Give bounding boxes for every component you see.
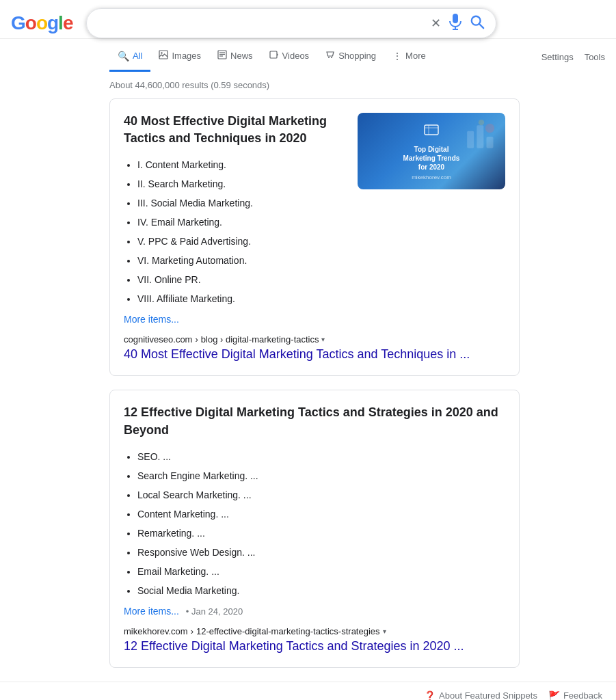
videos-icon <box>269 50 279 62</box>
tab-all[interactable]: 🔍 All <box>109 42 150 72</box>
result-link-1[interactable]: 40 Most Effective Digital Marketing Tact… <box>124 347 505 362</box>
nav-tabs: 🔍 All Images News Videos Shopping ⋮ More… <box>0 42 616 72</box>
thumbnail-domain-text: mikekhorev.com <box>403 174 460 180</box>
images-icon <box>159 50 168 62</box>
about-snippets[interactable]: ❓ About Featured Snippets <box>424 690 537 700</box>
list-item: I. Content Marketing. <box>137 155 347 174</box>
clear-search-icon[interactable]: ✕ <box>431 16 441 31</box>
result-breadcrumb-2: mikekhorev.com › 12-effective-digital-ma… <box>124 626 505 636</box>
list-item: Social Media Marketing. <box>137 581 505 600</box>
svg-rect-0 <box>453 14 458 23</box>
tab-all-label: All <box>133 51 142 61</box>
list-item: Content Marketing. ... <box>137 504 505 524</box>
tab-shopping-label: Shopping <box>338 51 376 61</box>
tab-more-label: More <box>405 51 426 61</box>
svg-line-4 <box>479 23 483 27</box>
search-input[interactable]: best digital marketing tactics <box>98 17 431 29</box>
list-item: VI. Marketing Automation. <box>137 251 347 270</box>
results-container: 40 Most Effective Digital Marketing Tact… <box>0 98 520 668</box>
thumbnail-title-text: Top DigitalMarketing Trendsfor 2020 <box>403 145 460 172</box>
about-snippets-icon: ❓ <box>424 690 436 700</box>
result-breadcrumb-1: cognitiveseo.com › blog › digital-market… <box>124 334 505 345</box>
breadcrumb-separator-2: › <box>191 626 193 636</box>
result-card-top-1: 40 Most Effective Digital Marketing Tact… <box>124 113 505 325</box>
thumbnail-content-1: Top DigitalMarketing Trendsfor 2020 mike… <box>398 117 466 186</box>
breadcrumb-dropdown-1[interactable]: ▾ <box>321 336 325 343</box>
voice-search-icon[interactable] <box>449 14 461 33</box>
result-list-2: SEO. ... Search Engine Marketing. ... Lo… <box>124 447 505 600</box>
feedback-label: Feedback <box>563 690 602 700</box>
tab-shopping[interactable]: Shopping <box>317 42 384 72</box>
svg-point-22 <box>479 120 484 125</box>
list-item: IV. Email Marketing. <box>137 213 347 232</box>
tools-link[interactable]: Tools <box>585 52 605 62</box>
list-item: Local Search Marketing. ... <box>137 485 505 504</box>
result-title-2: 12 Effective Digital Marketing Tactics a… <box>124 404 505 438</box>
breadcrumb-path-2: 12-effective-digital-marketing-tactics-s… <box>196 626 380 636</box>
list-item: III. Social Media Marketing. <box>137 193 347 213</box>
svg-rect-11 <box>270 51 277 58</box>
settings-link[interactable]: Settings <box>541 52 574 62</box>
google-logo[interactable]: Google <box>11 12 72 34</box>
result-title-1: 40 Most Effective Digital Marketing Tact… <box>124 113 347 147</box>
about-snippets-label: About Featured Snippets <box>439 690 537 700</box>
svg-rect-20 <box>487 137 494 148</box>
svg-point-21 <box>485 124 494 133</box>
list-item: Email Marketing. ... <box>137 562 505 581</box>
breadcrumb-dropdown-2[interactable]: ▾ <box>383 628 386 635</box>
nav-settings: Settings Tools <box>541 52 616 62</box>
breadcrumb-domain-2: mikekhorev.com <box>124 626 188 636</box>
svg-point-14 <box>331 57 332 58</box>
svg-point-13 <box>328 57 330 58</box>
tab-news[interactable]: News <box>209 42 261 72</box>
breadcrumb-domain-1: cognitiveseo.com <box>124 334 192 345</box>
more-icon: ⋮ <box>392 51 402 62</box>
list-item: Search Engine Marketing. ... <box>137 466 505 485</box>
list-item: VIII. Affiliate Marketing. <box>137 289 347 308</box>
tab-more[interactable]: ⋮ More <box>384 42 434 72</box>
search-bar[interactable]: best digital marketing tactics ✕ <box>86 8 496 38</box>
footer: ❓ About Featured Snippets 🚩 Feedback <box>0 682 616 700</box>
list-item: VII. Online PR. <box>137 270 347 289</box>
list-item: Responsive Web Design. ... <box>137 543 505 562</box>
feedback-icon: 🚩 <box>548 690 560 700</box>
result-card-2: 12 Effective Digital Marketing Tactics a… <box>109 390 520 667</box>
result-card-top-2: 12 Effective Digital Marketing Tactics a… <box>124 404 505 616</box>
tab-news-label: News <box>230 51 253 61</box>
list-item: Remarketing. ... <box>137 524 505 543</box>
thumbnail-chart-icon <box>403 122 460 142</box>
tab-images[interactable]: Images <box>150 42 209 72</box>
svg-rect-18 <box>467 131 474 148</box>
all-icon: 🔍 <box>118 51 129 62</box>
news-icon <box>217 50 227 62</box>
svg-rect-19 <box>477 125 483 148</box>
tab-images-label: Images <box>172 51 201 61</box>
shopping-icon <box>325 50 335 62</box>
results-count: About 44,600,000 results (0.59 seconds) <box>0 72 616 98</box>
tab-videos[interactable]: Videos <box>261 42 318 72</box>
result-link-2[interactable]: 12 Effective Digital Marketing Tactics a… <box>124 639 505 654</box>
svg-marker-12 <box>277 53 278 56</box>
feedback-button[interactable]: 🚩 Feedback <box>548 690 602 700</box>
svg-point-6 <box>161 52 163 53</box>
result-date-2: • Jan 24, 2020 <box>186 606 243 617</box>
svg-rect-15 <box>425 125 438 135</box>
thumbnail-decoration <box>464 120 498 154</box>
result-list-1: I. Content Marketing. II. Search Marketi… <box>124 155 347 308</box>
result-card-1: 40 Most Effective Digital Marketing Tact… <box>109 98 520 376</box>
breadcrumb-path-1: blog › digital-marketing-tactics <box>201 334 319 345</box>
result-card-content-1: 40 Most Effective Digital Marketing Tact… <box>124 113 347 325</box>
result-more-link-1[interactable]: More items... <box>124 314 179 325</box>
header: Google best digital marketing tactics ✕ <box>0 0 616 39</box>
list-item: V. PPC & Paid Advertising. <box>137 232 347 251</box>
list-item: SEO. ... <box>137 447 505 466</box>
breadcrumb-separator-1: › <box>195 334 198 345</box>
list-item: II. Search Marketing. <box>137 174 347 193</box>
result-more-link-2[interactable]: More items... <box>124 606 179 617</box>
tab-videos-label: Videos <box>282 51 310 61</box>
result-thumbnail-1[interactable]: Top DigitalMarketing Trendsfor 2020 mike… <box>358 113 505 189</box>
search-submit-icon[interactable] <box>470 14 485 33</box>
result-card-content-2: 12 Effective Digital Marketing Tactics a… <box>124 404 505 616</box>
